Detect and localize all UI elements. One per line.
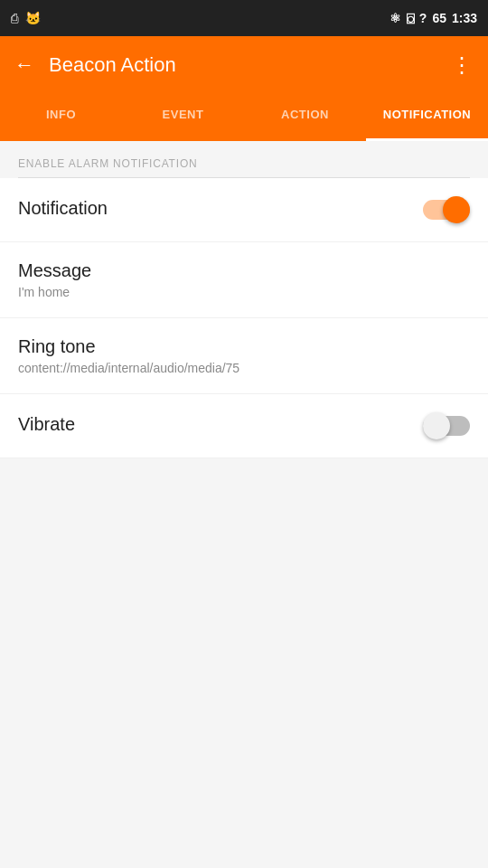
notification-toggle[interactable] [423, 196, 470, 223]
vibrate-toggle-thumb [423, 412, 450, 439]
tab-action[interactable]: ACTION [244, 94, 366, 141]
message-label: Message [18, 260, 470, 281]
ringtone-label: Ring tone [18, 336, 470, 357]
section-header: ENABLE ALARM NOTIFICATION [0, 141, 488, 177]
vibrate-label: Vibrate [18, 414, 423, 435]
message-item[interactable]: Message I'm home [0, 242, 488, 318]
tab-notification[interactable]: NOTIFICATION [366, 94, 488, 141]
help-icon: ? [419, 11, 427, 25]
notification-item-text: Notification [18, 198, 423, 222]
status-left-icons: ⎙ 🐱 [11, 11, 41, 25]
back-button[interactable]: ← [14, 53, 34, 77]
clock: 1:33 [452, 11, 477, 25]
notification-item: Notification [0, 178, 488, 242]
more-options-button[interactable]: ⋮ [451, 52, 474, 78]
status-bar: ⎙ 🐱 ⚛ ⌼ ? 65 1:33 [0, 0, 488, 36]
battery-level: 65 [432, 11, 446, 25]
notification-label: Notification [18, 198, 423, 219]
app-bar: ← Beacon Action ⋮ [0, 36, 488, 94]
vibrate-item: Vibrate [0, 394, 488, 458]
usb-icon: ⎙ [11, 11, 18, 25]
vibrate-toggle[interactable] [423, 412, 470, 439]
tab-info[interactable]: INFO [0, 94, 122, 141]
tab-bar: INFO EVENT ACTION NOTIFICATION [0, 94, 488, 141]
message-item-text: Message I'm home [18, 260, 470, 299]
ringtone-value: content://media/internal/audio/media/75 [18, 361, 470, 375]
ringtone-item-text: Ring tone content://media/internal/audio… [18, 336, 470, 375]
app-bar-title: Beacon Action [49, 53, 436, 77]
ringtone-item[interactable]: Ring tone content://media/internal/audio… [0, 318, 488, 394]
bluetooth-icon: ⚛ [389, 11, 401, 25]
notification-toggle-thumb [443, 196, 470, 223]
content-area: ENABLE ALARM NOTIFICATION Notification M… [0, 141, 488, 868]
vibrate-item-text: Vibrate [18, 414, 423, 439]
tab-event[interactable]: EVENT [122, 94, 244, 141]
message-value: I'm home [18, 285, 470, 299]
cat-icon: 🐱 [25, 11, 41, 25]
status-right-icons: ⚛ ⌼ ? 65 1:33 [389, 11, 477, 25]
wifi-icon: ⌼ [407, 11, 414, 25]
